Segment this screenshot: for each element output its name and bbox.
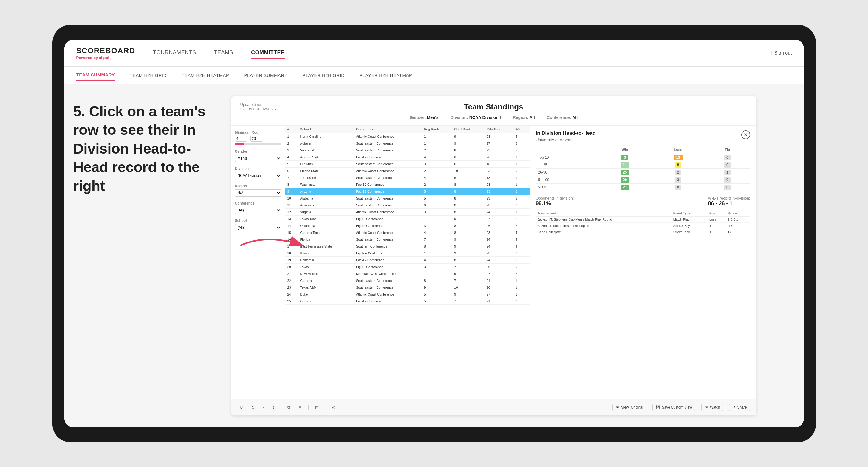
cell-school: Auburn [298,140,354,147]
cell-conference: Southeastern Conference [354,236,421,243]
cell-reg-rank: 2 [421,181,452,188]
redo-button[interactable]: ↻ [249,404,257,411]
table-row[interactable]: 10 Alabama Southeastern Conference 5 8 2… [285,195,530,202]
cell-school: Arizona State [298,154,354,161]
table-row[interactable]: 24 Duke Atlantic Coast Conference 5 9 27… [285,291,530,298]
cell-conf-rank: 8 [452,222,484,229]
cell-conf-rank: 9 [452,271,484,277]
paste-button[interactable]: ⊞ [296,404,304,411]
table-row[interactable]: 1 North Carolina Atlantic Coast Conferen… [285,133,530,140]
nav-item-committee[interactable]: COMMITTEE [251,47,285,59]
table-row[interactable]: 25 Oregon Pac-12 Conference 5 7 21 0 [285,298,530,305]
col-rds-tour: Rds Tour [484,126,513,133]
table-row[interactable]: 2 Auburn Southeastern Conference 1 9 27 … [285,140,530,147]
cell-win: 4 [513,133,529,140]
table-row[interactable]: 4 Arizona State Pac-12 Conference 4 6 26… [285,154,530,161]
settings-button[interactable]: ⊡ [313,404,321,411]
cell-win: 1 [513,277,529,284]
table-row[interactable]: 17 East Tennessee State Southern Confere… [285,243,530,250]
watch-button[interactable]: 👁 Watch [701,404,723,411]
view-icon: 👁 [616,405,619,409]
min-rounds-slider[interactable] [235,144,281,145]
opponents-value: 99.1% [536,200,574,207]
table-row[interactable]: 22 Georgia Southeastern Conference 8 7 2… [285,277,530,284]
cell-school: Florida State [298,167,354,175]
sub-nav-team-h2h-grid[interactable]: TEAM H2H GRID [130,70,167,80]
step-back-button[interactable]: ⟨ [260,404,267,411]
table-row[interactable]: 16 Florida Southeastern Conference 7 9 2… [285,236,530,243]
table-row[interactable]: 12 Virginia Atlantic Coast Conference 3 … [285,209,530,216]
sub-nav-player-h2h-heatmap[interactable]: PLAYER H2H HEATMAP [360,70,412,80]
wlt-value: 86 - 26 - 1 [708,200,750,207]
region-select[interactable]: N/A [235,189,281,196]
standings-table: # School Conference Reg Rank Conf Rank R… [285,126,530,305]
sub-nav-team-summary[interactable]: TEAM SUMMARY [76,70,115,81]
gender-select[interactable]: Men's [235,155,281,162]
division-select[interactable]: NCAA Division I [235,172,281,179]
h2h-row: 51-100 20 3 0 [536,176,750,184]
h2h-col-range [536,146,598,154]
cell-conf-rank: 6 [452,154,484,161]
tourn-name: Cabo Collegiate [536,229,672,235]
table-row[interactable]: 15 Georgia Tech Atlantic Coast Conferenc… [285,229,530,236]
cell-reg-rank: 2 [421,147,452,154]
table-row[interactable]: 11 Arkansas Southeastern Conference 6 8 … [285,202,530,209]
h2h-loss: 3 [652,176,705,184]
tournament-col-pos: Pos [708,210,726,217]
share-button[interactable]: ↗ Share [729,404,750,411]
h2h-header-row: Win Loss Tie [536,146,750,154]
nav-item-teams[interactable]: TEAMS [214,47,233,59]
cell-win: 4 [513,236,529,243]
table-row[interactable]: 9 Arizona Pac-12 Conference 5 8 23 3 [285,188,530,195]
min-rounds-input[interactable] [235,136,247,142]
cell-rds: 21 [484,298,513,305]
table-row[interactable]: 13 Texas Tech Big 12 Conference 1 9 27 2 [285,216,530,222]
copy-button[interactable]: ⧉ [285,404,292,411]
cell-rds: 20 [484,284,513,291]
view-original-button[interactable]: 👁 View: Original [613,404,647,411]
table-row[interactable]: 19 California Pac-12 Conference 4 8 24 2 [285,257,530,263]
sub-nav-player-summary[interactable]: PLAYER SUMMARY [244,70,288,80]
table-row[interactable]: 3 Vanderbilt Southeastern Conference 2 8… [285,147,530,154]
nav-item-tournaments[interactable]: TOURNAMENTS [153,47,196,59]
cell-rds: 20 [484,263,513,271]
min-rounds-max-input[interactable] [250,136,262,142]
table-row[interactable]: 5 Ole Miss Southeastern Conference 3 6 1… [285,161,530,167]
table-row[interactable]: 7 Tennessee Southeastern Conference 4 6 … [285,175,530,181]
h2h-close-button[interactable]: ✕ [741,130,750,139]
cell-reg-rank: 8 [421,277,452,284]
cell-win: 2 [513,257,529,263]
table-row[interactable]: 18 Illinois Big Ten Conference 1 9 23 3 [285,250,530,257]
undo-button[interactable]: ↺ [237,404,245,411]
h2h-grid-table: Win Loss Tie Top 10 3 13 0 11-25 11 8 0 [536,146,750,191]
tournament-col-score: Score [726,210,750,217]
table-row[interactable]: 8 Washington Pac-12 Conference 2 8 23 1 [285,181,530,188]
cell-reg-rank: 4 [421,229,452,236]
sub-nav-team-h2h-heatmap[interactable]: TEAM H2H HEATMAP [182,70,229,80]
opponents-label: Opponents in division: [536,196,574,200]
clock-button[interactable]: ⏱ [330,404,338,411]
arrow-indicator [237,227,315,263]
cell-conf-rank: 8 [452,181,484,188]
save-custom-button[interactable]: 💾 Save Custom View [652,404,695,411]
cell-conference: Pac-12 Conference [354,257,421,263]
table-row[interactable]: 6 Florida State Atlantic Coast Conferenc… [285,167,530,175]
table-row[interactable]: 23 Texas A&M Southeastern Conference 9 1… [285,284,530,291]
h2h-win: 11 [598,161,651,169]
table-row[interactable]: 20 Texas Big 12 Conference 3 7 20 0 [285,263,530,271]
conference-select[interactable]: (All) [235,207,281,214]
table-row[interactable]: 21 New Mexico Mountain West Conference 1… [285,271,530,277]
instruction-text: 5. Click on a team's row to see their In… [73,102,216,195]
cell-conference: Big 12 Conference [354,216,421,222]
tournaments-header-row: Tournament Event Type Pos Score [536,210,750,217]
cell-rds: 21 [484,277,513,284]
h2h-range: 51-100 [536,176,598,184]
sign-out-button[interactable]: Sign out [774,51,792,56]
table-row[interactable]: 14 Oklahoma Big 12 Conference 3 8 26 2 [285,222,530,229]
main-content: 5. Click on a team's row to see their In… [64,84,804,427]
wlt-area: W-L-T record in-division: 86 - 26 - 1 [708,196,750,207]
sub-nav-player-h2h-grid[interactable]: PLAYER H2H GRID [302,70,344,80]
step-forward-button[interactable]: ⟩ [271,404,277,411]
cell-rds: 24 [484,257,513,263]
cell-conf-rank: 8 [452,195,484,202]
